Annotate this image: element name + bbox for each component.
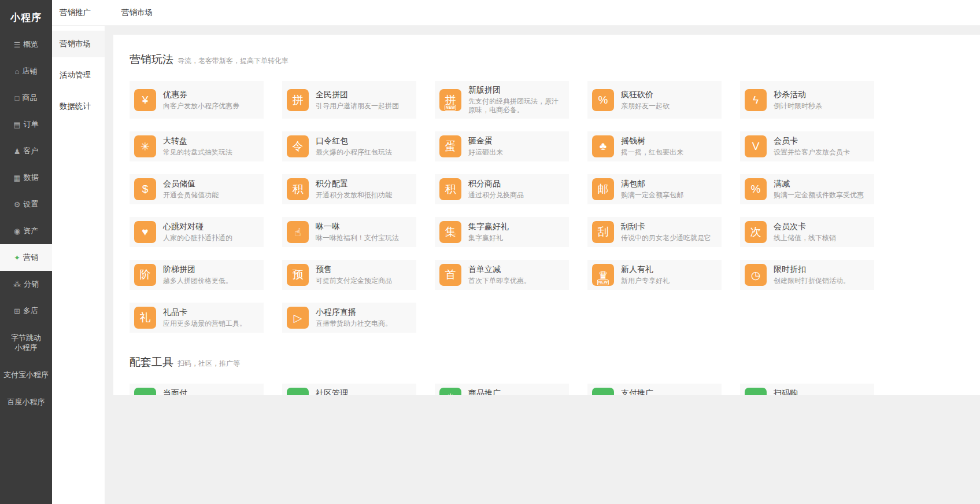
card-golden-egg[interactable]: 蛋砸金蛋好运砸出来	[435, 131, 569, 161]
sidebar-item-overview[interactable]: ☰概览	[0, 31, 52, 58]
card-title: 积分商品	[468, 179, 524, 189]
card-title: 咻一咻	[316, 222, 399, 232]
card-title: 积分配置	[316, 179, 392, 189]
card-new-group-buy[interactable]: 拼NEW新版拼团先支付的经典拼团玩法，原汁原味，电商必备。	[435, 81, 569, 119]
card-ladder-group[interactable]: 阶阶梯拼团越多人拼团价格更低。	[130, 260, 264, 290]
sidebar-extra: 字节跳动 小程序支付宝小程序百度小程序	[0, 324, 52, 415]
card-member-card[interactable]: V会员卡设置并给客户发放会员卡	[740, 131, 874, 161]
card-lucky-wheel[interactable]: ✳大转盘常见的转盘式抽奖玩法	[130, 131, 264, 161]
card-newcomer-gift[interactable]: ♛NEW新人有礼新用户专享好礼	[587, 260, 722, 290]
sidebar-item-customers[interactable]: ♟客户	[0, 138, 52, 164]
card-red-packet[interactable]: 令口令红包最火爆的小程序红包玩法	[282, 131, 416, 161]
card-payment-promotion[interactable]: ➔支付推广高效刺激客户复购	[587, 384, 722, 395]
card-text: 会员储值开通会员储值功能	[163, 179, 219, 200]
sidebar-item-settings[interactable]: ⚙设置	[0, 191, 52, 218]
section-header: 配套工具扫码，社区，推广等	[130, 355, 963, 370]
goods-promotion-icon: ⁂	[439, 388, 461, 395]
ladder-group-icon: 阶	[134, 264, 156, 286]
sidebar-item-distribution[interactable]: ⁂分销	[0, 271, 52, 297]
sidebar-item-multi-store[interactable]: ⊞多店	[0, 297, 52, 324]
assets-icon: ◉	[14, 227, 20, 236]
sidebar-item-data[interactable]: ▦数据	[0, 164, 52, 191]
card-money-tree[interactable]: ♣摇钱树摇一摇，红包要出来	[587, 131, 722, 161]
sidebar-item-orders[interactable]: ▤订单	[0, 111, 52, 138]
newcomer-gift-icon: ♛NEW	[592, 264, 614, 286]
card-title: 商品推广	[468, 388, 524, 395]
card-text: 当面付创建和管理店铺收款码	[163, 388, 232, 395]
section-header: 营销玩法导流，老客带新客，提高下单转化率	[130, 52, 963, 67]
card-heartbeat[interactable]: ♥心跳对对碰人家的心脏扑通扑通的	[130, 217, 264, 247]
card-bargain[interactable]: %疯狂砍价亲朋好友一起砍	[587, 81, 722, 119]
sidebar-item-alipay-mini-program[interactable]: 支付宝小程序	[0, 361, 52, 388]
card-time-discount[interactable]: ◷限时折扣创建限时打折促销活动。	[740, 260, 874, 290]
settings-icon: ⚙	[14, 200, 21, 209]
card-points-config[interactable]: 积积分配置开通积分发放和抵扣功能	[282, 174, 416, 204]
card-shake-tap[interactable]: ☝咻一咻咻一咻抢福利！支付宝玩法	[282, 217, 416, 247]
sidebar-item-bytedance-mini-program[interactable]: 字节跳动 小程序	[0, 324, 52, 361]
new-group-buy-icon: 拼NEW	[439, 89, 461, 111]
card-free-shipping[interactable]: 邮满包邮购满一定金额享包邮	[587, 174, 722, 204]
shake-tap-icon: ☝	[287, 221, 309, 243]
sidebar-nav: ☰概览⌂店铺□商品▤订单♟客户▦数据⚙设置◉资产✦营销⁂分销⊞多店	[0, 31, 52, 324]
card-title: 会员卡	[774, 136, 850, 146]
card-text: 积分配置开通积分发放和抵扣功能	[316, 179, 392, 200]
card-stored-value[interactable]: $会员储值开通会员储值功能	[130, 174, 264, 204]
sidebar-item-goods[interactable]: □商品	[0, 84, 52, 111]
card-description: 首次下单即享优惠。	[468, 277, 531, 285]
tab-marketing-market[interactable]: 营销市场	[121, 8, 153, 18]
card-title: 阶梯拼团	[163, 264, 232, 275]
scan-shop-icon: ▥	[745, 388, 767, 395]
card-description: 越多人拼团价格更低。	[163, 277, 232, 285]
card-punch-card[interactable]: 次会员次卡线上储值，线下核销	[740, 217, 874, 247]
card-title: 大转盘	[163, 136, 232, 146]
stored-value-icon: $	[134, 178, 156, 200]
sidebar-item-label: 资产	[23, 226, 38, 236]
free-shipping-icon: 邮	[592, 178, 614, 200]
sidebar-item-shop[interactable]: ⌂店铺	[0, 58, 52, 84]
full-discount-icon: %	[745, 178, 767, 200]
scratch-card-icon: 刮	[592, 221, 614, 243]
submenu-item-0[interactable]: 营销市场	[52, 31, 105, 57]
card-scan-shop[interactable]: ▥扫码购扫码购物，线上线下相结合	[740, 384, 874, 395]
member-card-icon: V	[745, 135, 767, 157]
shop-icon: ⌂	[15, 67, 20, 76]
sidebar-item-label: 设置	[23, 199, 38, 209]
card-description: 集字赢好礼	[468, 234, 509, 242]
card-text: 满包邮购满一定金额享包邮	[621, 179, 683, 200]
card-group-buy[interactable]: 拼全民拼团引导用户邀请朋友一起拼团	[282, 81, 416, 119]
group-buy-icon: 拼	[287, 89, 309, 111]
card-points-goods[interactable]: 积积分商品通过积分兑换商品	[435, 174, 569, 204]
card-first-order[interactable]: 首首单立减首次下单即享优惠。	[435, 260, 569, 290]
card-text: 秒杀活动倒计时限时秒杀	[774, 90, 822, 111]
community-icon: ⌂	[287, 388, 309, 395]
card-live-stream[interactable]: ▷小程序直播直播带货助力社交电商。	[282, 303, 416, 333]
card-gift-card[interactable]: 礼礼品卡应用更多场景的营销工具。	[130, 303, 264, 333]
time-discount-icon: ◷	[745, 264, 767, 286]
card-full-discount[interactable]: %满减购满一定金额或件数享受优惠	[740, 174, 874, 204]
card-scratch-card[interactable]: 刮刮刮卡传说中的男女老少通吃就是它	[587, 217, 722, 247]
card-presale[interactable]: 预预售可提前支付定金预定商品	[282, 260, 416, 290]
sidebar-item-baidu-mini-program[interactable]: 百度小程序	[0, 388, 52, 415]
card-text: 疯狂砍价亲朋好友一起砍	[621, 90, 670, 111]
sidebar-item-marketing[interactable]: ✦营销	[0, 244, 52, 271]
card-community[interactable]: ⌂社区管理管理社区话题	[282, 384, 416, 395]
card-description: 开通会员储值功能	[163, 191, 219, 200]
submenu-item-2[interactable]: 数据统计	[52, 93, 105, 120]
card-title: 摇钱树	[621, 136, 683, 146]
card-description: 开通积分发放和抵扣功能	[316, 191, 392, 200]
card-flash-sale[interactable]: ϟ秒杀活动倒计时限时秒杀	[740, 81, 874, 119]
content-panel: 营销玩法导流，老客带新客，提高下单转化率¥优惠券向客户发放小程序优惠券拼全民拼团…	[113, 35, 980, 395]
sidebar-item-assets[interactable]: ◉资产	[0, 218, 52, 244]
card-description: 向客户发放小程序优惠券	[163, 102, 239, 111]
card-face-pay[interactable]: ▣当面付创建和管理店铺收款码	[130, 384, 264, 395]
card-description: 购满一定金额或件数享受优惠	[774, 191, 864, 200]
card-coupon[interactable]: ¥优惠券向客户发放小程序优惠券	[130, 81, 264, 119]
customers-icon: ♟	[14, 147, 21, 156]
card-goods-promotion[interactable]: ⁂商品推广生成商品推广海报	[435, 384, 569, 395]
card-collect-words[interactable]: 集集字赢好礼集字赢好礼	[435, 217, 569, 247]
card-title: 砸金蛋	[468, 136, 503, 146]
secondary-sidebar: 营销推广 营销市场活动管理数据统计	[52, 0, 105, 504]
card-title: 全民拼团	[316, 90, 399, 100]
section-title: 配套工具	[130, 356, 173, 368]
submenu-item-1[interactable]: 活动管理	[52, 62, 105, 89]
